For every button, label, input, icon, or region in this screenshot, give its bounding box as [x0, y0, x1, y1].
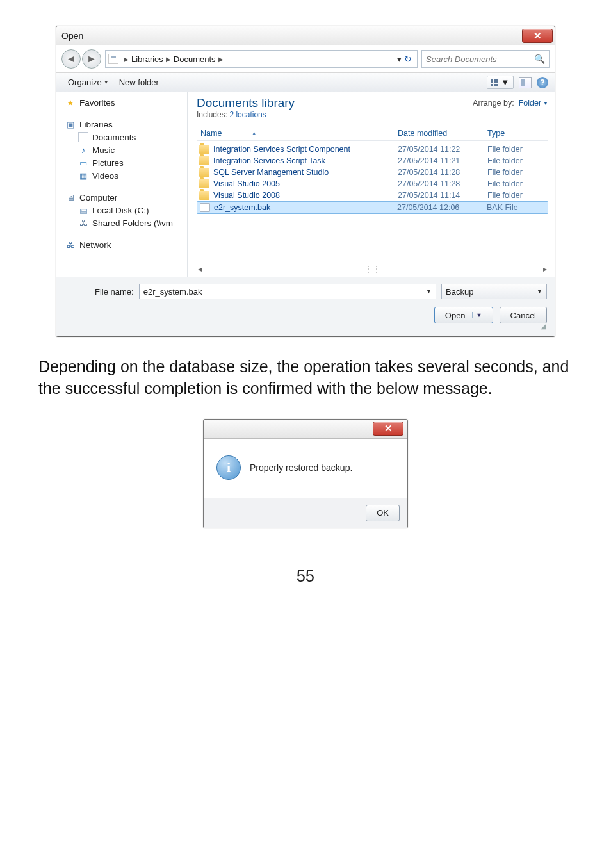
chevron-down-icon[interactable]: ▼ — [426, 288, 432, 295]
nav-local-disk[interactable]: 🖴 Local Disk (C:) — [56, 204, 187, 217]
chevron-down-icon: ▼ — [501, 78, 509, 87]
drive-icon: 🖴 — [78, 205, 88, 215]
back-button[interactable]: ◄ — [61, 49, 81, 69]
message-title-bar: ✕ — [204, 420, 407, 439]
folder-icon — [199, 179, 209, 188]
close-button[interactable]: ✕ — [373, 422, 403, 436]
col-header-type[interactable]: Type — [487, 129, 548, 138]
file-name-label: File name: — [95, 287, 134, 297]
close-icon: ✕ — [384, 423, 393, 434]
file-date: 27/05/2014 11:21 — [398, 156, 487, 165]
organize-button[interactable]: Organize ▼ — [63, 76, 114, 89]
search-icon: 🔍 — [534, 54, 545, 64]
file-type: File folder — [487, 156, 548, 165]
open-dialog: Open ✕ ◄ ► ▶ Libraries ▶ Documents ▶ ▾ ↻ — [56, 26, 555, 337]
nav-network[interactable]: 🖧 Network — [56, 238, 187, 251]
close-button[interactable]: ✕ — [522, 29, 553, 43]
col-header-name[interactable]: Name ▲ — [197, 129, 398, 138]
col-header-date[interactable]: Date modified — [398, 129, 487, 138]
sort-asc-icon: ▲ — [251, 130, 257, 136]
library-title: Documents library — [197, 96, 295, 110]
ok-button[interactable]: OK — [366, 505, 400, 521]
music-icon: ♪ — [78, 145, 88, 155]
views-button[interactable]: ▼ — [487, 76, 514, 89]
file-type: BAK File — [487, 203, 548, 212]
column-headers: Name ▲ Date modified Type — [197, 126, 548, 141]
breadcrumb[interactable]: ▶ Libraries ▶ Documents ▶ ▾ ↻ — [105, 50, 418, 68]
new-folder-button[interactable]: New folder — [114, 76, 164, 89]
page-number: 55 — [38, 567, 573, 585]
nav-music[interactable]: ♪ Music — [56, 143, 187, 156]
file-row[interactable]: Visual Studio 200827/05/2014 11:14File f… — [197, 190, 548, 201]
file-date: 27/05/2014 11:14 — [398, 191, 487, 200]
file-date: 27/05/2014 11:22 — [398, 145, 487, 154]
shared-folder-icon: 🖧 — [78, 218, 88, 228]
search-placeholder: Search Documents — [426, 54, 497, 64]
resize-grip-icon[interactable]: ◢ — [95, 323, 547, 329]
file-name: Integration Services Script Component — [213, 145, 398, 154]
search-input[interactable]: Search Documents 🔍 — [421, 50, 550, 68]
info-icon: i — [216, 455, 241, 480]
title-bar: Open ✕ — [56, 26, 555, 45]
folder-icon — [199, 191, 209, 200]
scrollbar-track[interactable]: ⋮⋮ — [202, 265, 543, 274]
views-icon — [491, 79, 498, 86]
address-dropdown-icon[interactable]: ▾ — [397, 54, 402, 64]
arrange-by: Arrange by: Folder ▼ — [473, 96, 548, 108]
file-name: Integration Services Script Task — [213, 156, 398, 165]
folder-icon — [199, 168, 209, 177]
nav-videos[interactable]: ▦ Videos — [56, 169, 187, 182]
file-row[interactable]: Visual Studio 200527/05/2014 11:28File f… — [197, 178, 548, 190]
includes-locations-link[interactable]: 2 locations — [229, 110, 266, 119]
address-bar-row: ◄ ► ▶ Libraries ▶ Documents ▶ ▾ ↻ Search… — [56, 45, 555, 73]
file-type: File folder — [487, 145, 548, 154]
arrange-by-dropdown[interactable]: Folder ▼ — [519, 99, 548, 108]
file-date: 27/05/2014 11:28 — [398, 168, 487, 177]
breadcrumb-item[interactable]: Libraries — [131, 54, 163, 64]
nav-pictures[interactable]: ▭ Pictures — [56, 156, 187, 169]
nav-computer[interactable]: 🖥 Computer — [56, 191, 187, 204]
breadcrumb-sep-icon: ▶ — [121, 56, 131, 63]
computer-icon: 🖥 — [65, 192, 76, 202]
file-row[interactable]: Integration Services Script Component27/… — [197, 143, 548, 155]
libraries-icon: ▣ — [65, 119, 76, 129]
file-type: File folder — [487, 191, 548, 200]
scroll-right-icon[interactable]: ▸ — [543, 265, 547, 274]
help-button[interactable]: ? — [537, 77, 548, 88]
chevron-down-icon: ▼ — [543, 101, 548, 106]
library-includes: Includes: 2 locations — [197, 110, 295, 119]
body-paragraph: Depending on the database size, the oper… — [38, 356, 573, 400]
breadcrumb-sep-icon: ▶ — [163, 56, 174, 63]
file-type: File folder — [487, 179, 548, 188]
nav-libraries[interactable]: ▣ Libraries — [56, 118, 187, 131]
file-row[interactable]: SQL Server Management Studio27/05/2014 1… — [197, 167, 548, 178]
cancel-button[interactable]: Cancel — [500, 307, 547, 323]
location-icon — [108, 54, 118, 64]
forward-button[interactable]: ► — [82, 49, 101, 69]
open-button[interactable]: Open ▼ — [434, 307, 493, 323]
file-pane: Documents library Includes: 2 locations … — [188, 92, 555, 277]
nav-shared-folders[interactable]: 🖧 Shared Folders (\\vm — [56, 217, 187, 229]
refresh-icon[interactable]: ↻ — [404, 54, 412, 64]
file-name: SQL Server Management Studio — [213, 168, 398, 177]
toolbar: Organize ▼ New folder ▼ ? — [56, 73, 555, 92]
file-date: 27/05/2014 12:06 — [397, 203, 487, 212]
file-row[interactable]: e2r_system.bak27/05/2014 12:06BAK File — [197, 201, 548, 214]
file-date: 27/05/2014 11:28 — [398, 179, 487, 188]
document-icon — [78, 132, 88, 142]
nav-favorites[interactable]: ★ Favorites — [56, 96, 187, 109]
file-name: Visual Studio 2008 — [213, 191, 398, 200]
file-type: File folder — [487, 168, 548, 177]
close-icon: ✕ — [534, 30, 542, 42]
file-name-input[interactable]: e2r_system.bak ▼ — [139, 284, 436, 299]
bottom-bar: File name: e2r_system.bak ▼ Backup ▼ Ope… — [56, 277, 555, 336]
file-icon — [200, 203, 210, 212]
file-type-filter[interactable]: Backup ▼ — [441, 284, 547, 299]
star-icon: ★ — [65, 97, 76, 108]
file-row[interactable]: Integration Services Script Task27/05/20… — [197, 155, 548, 167]
breadcrumb-item[interactable]: Documents — [174, 54, 216, 64]
network-icon: 🖧 — [65, 240, 76, 250]
preview-pane-button[interactable] — [519, 77, 532, 88]
nav-documents[interactable]: Documents — [56, 131, 187, 143]
open-split-icon[interactable]: ▼ — [472, 312, 482, 318]
